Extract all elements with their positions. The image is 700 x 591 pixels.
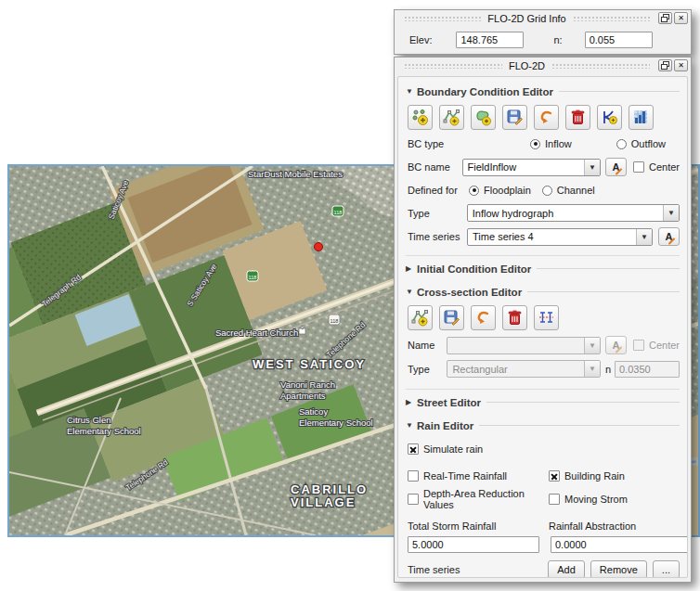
bc-name-combobox[interactable]: FieldInflow ▼ (462, 159, 601, 176)
rain-time-series-label: Time series (408, 564, 460, 575)
map-label: VILLAGE (291, 495, 356, 509)
floodplain-radio[interactable]: Floodplain (469, 185, 531, 196)
save-xsection-button[interactable] (439, 305, 464, 330)
close-panel-button[interactable]: ✕ (674, 59, 688, 71)
add-point-bc-button[interactable] (408, 105, 433, 130)
bc-type2-label: Type (408, 208, 467, 219)
add-polygon-bc-button[interactable] (471, 105, 496, 130)
remove-time-series-button[interactable]: Remove (590, 560, 647, 578)
xsection-profile-button[interactable] (534, 305, 559, 330)
bc-time-series-combobox[interactable]: Time series 4 ▼ (467, 228, 653, 246)
cross-section-editor-header[interactable]: ▼ Cross-section Editor (406, 285, 680, 299)
n-field[interactable] (585, 32, 653, 48)
bc-hydrograph-type-combobox[interactable]: Inflow hydrograph ▼ (467, 204, 680, 222)
delete-xsection-button[interactable] (502, 305, 527, 330)
expand-arrow-icon: ▶ (406, 398, 417, 406)
selected-cell-marker[interactable] (315, 243, 323, 251)
close-panel-button[interactable]: ✕ (674, 12, 688, 24)
realtime-rainfall-checkbox[interactable]: Real-Time Rainfall (408, 470, 549, 482)
moving-storm-label: Moving Strom (564, 494, 628, 505)
center-checkbox[interactable]: Center (633, 161, 680, 173)
total-storm-rainfall-field[interactable] (408, 536, 539, 553)
expand-arrow-icon: ▶ (406, 264, 417, 273)
group-title: Initial Condition Editor (417, 263, 531, 275)
moving-storm-checkbox[interactable]: Moving Strom (549, 494, 628, 505)
delete-bc-button[interactable] (565, 105, 590, 130)
floodplain-radio-label: Floodplain (484, 185, 531, 196)
bc-time-series-label: Time series (408, 231, 467, 242)
add-time-series-button[interactable]: Add (548, 560, 585, 578)
group-line (486, 402, 680, 403)
rename-xsection-button[interactable]: A (605, 336, 627, 354)
rename-bc-button[interactable]: A (605, 158, 627, 176)
xs-type-combobox[interactable]: Rectangular ▼ (447, 360, 600, 378)
application-window: 118118118 StarDust Mobile EstatesTelegra… (0, 0, 700, 591)
rain-editor-header[interactable]: ▼ Rain Editor (406, 418, 680, 432)
rename-time-series-button[interactable]: A (658, 227, 680, 246)
xs-name-label: Name (408, 340, 447, 351)
float-panel-button[interactable] (658, 12, 672, 24)
polyline-icon (443, 109, 460, 126)
elev-field[interactable] (456, 32, 524, 48)
save-bc-button[interactable] (502, 105, 527, 130)
checkbox-icon (408, 470, 419, 482)
undo-arrow-icon (474, 309, 492, 327)
radio-icon (542, 186, 552, 196)
flo2d-panel: FLO-2D ✕ ▼ Boundary Condition Editor (394, 57, 692, 583)
building-rain-label: Building Rain (564, 470, 625, 482)
simulate-rain-checkbox[interactable]: Simulate rain (408, 443, 483, 455)
schematize-bc-button[interactable] (597, 105, 622, 130)
initial-condition-editor-header[interactable]: ▶ Initial Condition Editor (406, 262, 680, 276)
xs-type-value: Rectangular (447, 364, 583, 375)
inflow-radio[interactable]: Inflow (530, 138, 572, 149)
flo2d-titlebar[interactable]: FLO-2D ✕ (395, 58, 691, 73)
flo2d-panel-content: ▼ Boundary Condition Editor (397, 76, 688, 578)
xs-n-field[interactable] (615, 361, 680, 378)
outflow-radio[interactable]: Outflow (616, 138, 666, 149)
save-icon (506, 109, 524, 126)
map-label: Sacred Heart Church (215, 328, 298, 338)
xs-center-checkbox[interactable]: Center (633, 340, 680, 351)
add-xsection-button[interactable] (408, 305, 433, 330)
channel-radio[interactable]: Channel (542, 185, 595, 196)
chevron-down-icon: ▼ (584, 160, 600, 175)
chevron-down-icon: ▼ (584, 338, 600, 353)
map-label: Vanoni Ranch (280, 379, 335, 390)
checkbox-icon (408, 494, 419, 505)
more-time-series-button[interactable]: ... (653, 560, 680, 578)
add-line-bc-button[interactable] (439, 105, 464, 130)
rainfall-abstraction-field[interactable] (551, 536, 688, 553)
map-label: StarDust Mobile Estates (248, 169, 343, 179)
bc-table-button[interactable] (629, 105, 654, 130)
street-editor-header[interactable]: ▶ Street Editor (406, 395, 680, 409)
xsection-profile-icon (538, 309, 555, 327)
float-panel-button[interactable] (658, 59, 672, 71)
channel-radio-label: Channel (557, 185, 595, 196)
collapse-arrow-icon: ▼ (406, 421, 417, 430)
map-label: Elementary School (67, 426, 141, 436)
float-icon (661, 14, 669, 22)
xs-type-label: Type (408, 364, 447, 375)
float-icon (661, 61, 669, 70)
bc-name-label: BC name (408, 161, 462, 173)
street-editor-group: ▶ Street Editor (406, 395, 680, 413)
points-icon (411, 109, 429, 126)
grid-info-titlebar[interactable]: FLO-2D Grid Info ✕ (395, 10, 691, 26)
checkbox-icon (633, 340, 644, 351)
titlebar-texture (551, 62, 650, 69)
boundary-condition-editor-header[interactable]: ▼ Boundary Condition Editor (406, 84, 680, 98)
building-rain-checkbox[interactable]: Building Rain (549, 470, 625, 482)
rainfall-abstraction-label: Rainfall Abstraction (549, 520, 636, 532)
close-icon: ✕ (678, 15, 684, 22)
xs-name-combobox[interactable]: ▼ (447, 337, 601, 354)
center-label: Center (649, 161, 680, 173)
svg-text:118: 118 (334, 210, 343, 215)
map-label: Elementary School (299, 418, 373, 428)
polygon-icon (474, 109, 492, 126)
revert-xsection-button[interactable] (471, 305, 496, 330)
chevron-down-icon: ▼ (636, 229, 652, 245)
group-title: Rain Editor (417, 420, 473, 431)
depth-area-reduction-checkbox[interactable]: Depth-Area Reduction Values (408, 488, 549, 510)
revert-bc-button[interactable] (534, 105, 559, 130)
checkbox-icon (549, 470, 560, 482)
